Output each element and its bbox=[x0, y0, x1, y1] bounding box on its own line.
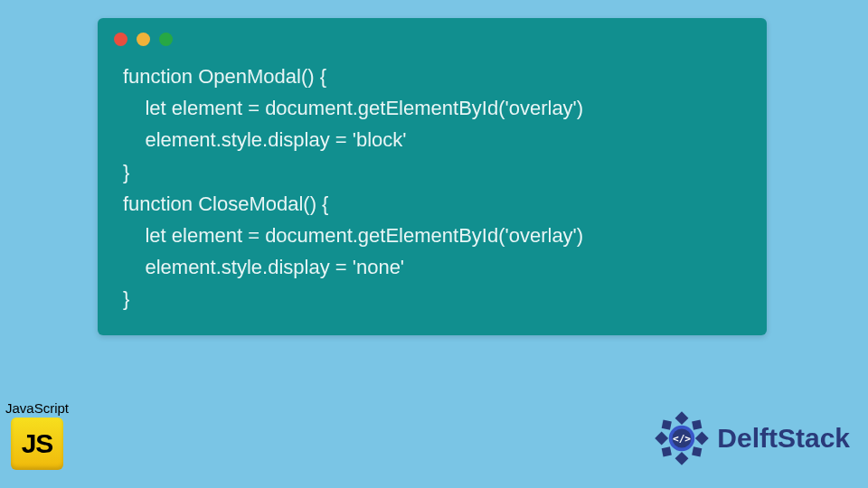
maximize-dot-icon bbox=[159, 33, 173, 46]
svg-marker-5 bbox=[692, 420, 702, 430]
brand: </> DelftStack bbox=[654, 410, 850, 466]
javascript-badge: JavaScript JS bbox=[5, 400, 69, 470]
code-window: function OpenModal() { let element = doc… bbox=[98, 18, 767, 335]
svg-marker-2 bbox=[656, 432, 669, 446]
svg-marker-3 bbox=[695, 432, 709, 446]
svg-marker-4 bbox=[662, 420, 672, 430]
brand-logo-icon: </> bbox=[654, 410, 710, 466]
brand-name: DelftStack bbox=[717, 423, 850, 454]
javascript-label: JavaScript bbox=[5, 400, 69, 416]
close-dot-icon bbox=[114, 33, 127, 46]
svg-marker-6 bbox=[662, 446, 672, 456]
code-content: function OpenModal() { let element = doc… bbox=[98, 52, 767, 315]
javascript-icon: JS bbox=[11, 418, 63, 470]
svg-text:</>: </> bbox=[673, 433, 691, 445]
svg-marker-0 bbox=[675, 411, 689, 425]
svg-marker-1 bbox=[675, 452, 689, 465]
svg-marker-7 bbox=[692, 446, 702, 456]
minimize-dot-icon bbox=[137, 33, 150, 46]
window-traffic-lights bbox=[98, 18, 767, 52]
